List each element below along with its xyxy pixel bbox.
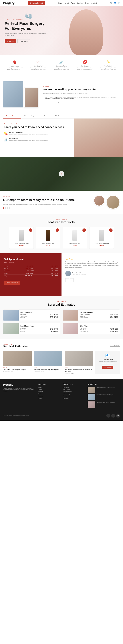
subscribe-title: Subscribe Now [97,359,118,360]
footer-service-3[interactable]: Lips Surgery [63,393,85,394]
fact-desc-1: Liposuction is surgical procedure that r… [9,140,48,141]
footer-news-title-0[interactable]: Most Popular Breast Implant Surgeon [96,387,114,393]
footer-page-4[interactable]: Doctors [38,395,60,397]
review-prev-button[interactable]: ‹ [65,278,69,282]
fact-desc-0: Liposuction is surgical procedure that r… [9,134,48,135]
hero-secondary-btn[interactable]: Video Frame [17,39,30,43]
service-name-2[interactable]: Breast Implants [53,65,70,67]
service-name-0[interactable]: Liposuction [6,65,23,67]
pricing-tag: Price & Plans [3,301,120,302]
twitter-icon[interactable]: t [111,414,115,418]
pricing-grid: Body Contouring Liposuction $4,000 - $10… [3,310,120,334]
product-bottle-white-shape [72,230,77,241]
pricing-name-0: Body Contouring [21,312,58,313]
product-badge-1: ● [56,228,59,232]
nav-contact[interactable]: Contact [91,2,96,4]
footer-page-1[interactable]: About [38,389,60,390]
appt-time-0a: 8:30 - 2:30 PM [26,266,33,266]
nav-news[interactable]: News [85,2,89,4]
appt-day-3: Thursday [4,273,8,274]
appt-time-0b: 9:00 - 2:30 PM [51,266,58,266]
tab-advanced[interactable]: Advanced Surgery [21,114,38,118]
tab-chemical[interactable]: Chemical Research [3,114,21,118]
hero-primary-btn[interactable]: All Services [5,39,16,43]
hero-section: Perfect Face Perfection Perfect Face Sur… [0,6,123,56]
footer-service-4[interactable]: Powder Unity [63,395,85,397]
subscribe-button[interactable]: Follow Our Blog [102,366,113,368]
appointment-title: Get Appointment [4,258,58,261]
nav-services[interactable]: Services [77,2,83,4]
products-grid: ● Canoo Caffein Face Cream $99.00 ● Luxo… [3,227,120,249]
pricing-item-3-2: Skin Resurfacing $1,000 - $4,000 [80,331,118,332]
news-section-title: Surgical Estimates [3,345,28,348]
nav-pages[interactable]: Pages [71,2,75,4]
pricing-title: Surgical Estimates [3,303,120,306]
footer-pages-label: Our Pages [38,384,60,385]
appt-day-1: Tuesday [4,268,8,269]
about-link-2[interactable]: Surgery preparation [56,101,67,103]
news-heading-2[interactable]: Tips How to repair your car by yourself … [65,369,93,372]
footer-news-title-2[interactable]: Tips How to repair your car by yourself [96,402,115,408]
news-header-left: News & Posts Surgical Estimates [3,344,28,348]
user-icon[interactable]: 👤 [114,2,116,4]
brand-logo: Progery [3,2,15,5]
nav-about[interactable]: About [65,2,69,4]
pricing-card-2: Facial Procedures Rhinoplasty $5,000 - $… [3,323,60,334]
footer-news-title-1[interactable]: Face Lift is a Non-surgical Surgeon [96,394,113,400]
team-dot-2[interactable] [7,208,8,209]
pricing-card-3: Skin Fillers Filler Injections $1,000 - … [63,323,120,334]
about-link-1[interactable]: Breast Implant safety [43,101,54,103]
pricing-content-0: Body Contouring Liposuction $4,000 - $10… [19,310,60,320]
tab-hair[interactable]: Hair Removal [38,114,52,118]
appt-day-4: Friday [4,275,7,276]
footer-page-5[interactable]: Gallery [38,398,60,399]
team-content: Our Team Our experts team is ready for t… [3,196,89,209]
make-appointment-button[interactable]: + Make Appointment [4,281,20,284]
footer-page-3[interactable]: News [38,393,60,394]
news-heading-0[interactable]: Face Lift is a Non-surgical Surgeon. [3,369,32,371]
footer-page-2[interactable]: Contact [38,391,60,392]
service-item-3: 💋 Lips Surgery Breast Augmentation, Brea… [76,60,93,70]
appt-row-3: Thursday 8:30 - 2:30 PM 9:00 - 2:30 PM [4,273,58,275]
product-price-1: $55.00 [38,245,58,246]
tab-filler[interactable]: Filler Implants [52,114,66,118]
pricing-item-2-1: Face Lift $7,000 - $15,000 [21,329,58,330]
service-name-3[interactable]: Lips Surgery [76,65,93,67]
services-row: 🫀 Liposuction Breast Augmentation, Breas… [0,56,123,75]
play-button[interactable]: ▶ [59,171,64,176]
nav-home[interactable]: Home [58,2,63,4]
search-icon[interactable]: 🔍 [110,2,112,4]
lips-icon: 💋 [76,60,93,64]
service-desc-2: Breast Augmentation, Breast Lift, Breast… [53,67,70,70]
appt-row-4: Friday 8:30 - 2:30 PM 9:00 - 2:30 PM [4,275,58,277]
cart-icon[interactable]: 🛒 [117,2,120,4]
facebook-icon[interactable]: f [106,414,110,418]
linkedin-icon[interactable]: in [116,414,120,418]
news-heading-1[interactable]: Most Popular Breast Implant Surgeon [34,369,62,371]
service-name-1[interactable]: Non-Surgical [30,65,47,67]
footer-service-5[interactable]: Rhinoplasty [63,398,85,399]
reviewer-avatar [65,271,71,276]
reviewer: Robert Dominic Plastic Surgeon in Kennes… [65,271,119,276]
service-name-4[interactable]: Powder Unity [100,65,117,67]
hero-image [49,6,123,56]
team-dot-1[interactable] [5,208,6,209]
news-meta-2: 0 comments | 0 Tags [65,373,93,374]
footer-service-0[interactable]: Liposuction [63,387,85,388]
team-avatar-0 [94,195,104,206]
see-all-link[interactable]: Browse All Estates [110,345,120,347]
footer-page-0[interactable]: Home [38,387,60,388]
team-desc: Meet with unlike many traditional plasti… [3,204,89,206]
product-image-3 [92,229,112,242]
nav-cta-button[interactable]: Get Appointment [28,1,45,5]
review-next-button[interactable]: › [70,278,74,282]
footer-services-col: Our Services Liposuction Non-Surgical Br… [63,384,85,409]
team-dot-0[interactable] [3,208,4,209]
footer-news-thumb-1 [88,394,95,400]
team-dot-3[interactable] [9,208,10,209]
body-surgery-icon: 🔬 [4,138,8,142]
appt-time-4a: 8:30 - 2:30 PM [25,275,32,276]
hero-title: Perfect Face Surgery For Everyone. [5,21,48,31]
footer-service-2[interactable]: Breast Implants [63,391,85,392]
footer-service-1[interactable]: Non-Surgical [63,389,85,390]
